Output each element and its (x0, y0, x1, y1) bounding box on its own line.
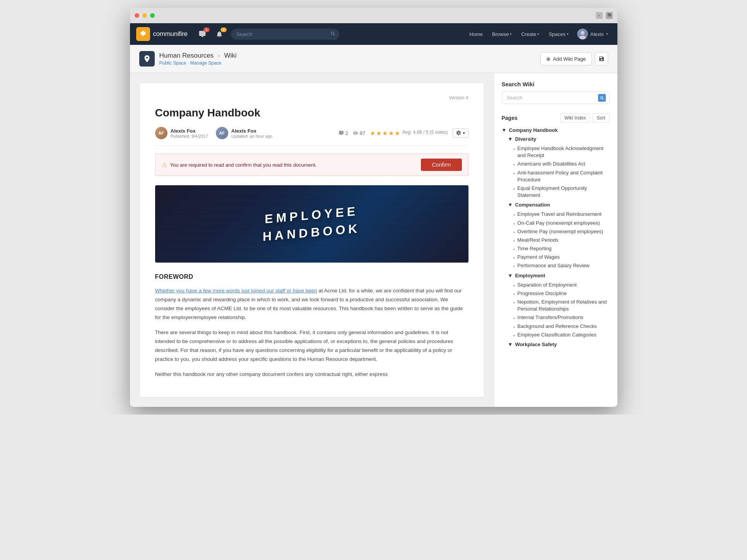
list-item[interactable]: ●Overtime Pay (nonexempt employees) (513, 227, 610, 236)
tree-branch-employment: ▼ Employment ●Separation of Employment ●… (502, 273, 610, 339)
user-avatar (577, 29, 588, 39)
add-wiki-button[interactable]: ⊕ Add Wiki Page (540, 52, 591, 65)
bullet-icon: ● (513, 230, 515, 234)
list-item[interactable]: ●Employee Classification Categories (513, 331, 610, 339)
search-wiki-section: Search Wiki (502, 81, 610, 104)
add-wiki-label: Add Wiki Page (553, 56, 586, 62)
star-4: ★ (388, 130, 394, 137)
bullet-icon: ● (513, 292, 515, 296)
gear-settings-btn[interactable]: ▾ (453, 128, 468, 138)
search-bar (231, 29, 339, 40)
list-item[interactable]: ●Progressive Discipline (513, 289, 610, 298)
tree-root[interactable]: ▼ Company Handbook (502, 127, 610, 133)
list-item[interactable]: ●Meal/Rest Periods (513, 236, 610, 244)
breadcrumb-dot: · (188, 60, 190, 66)
author2-name[interactable]: Alexis Fox (231, 128, 272, 134)
notifications-btn[interactable]: 3 (214, 29, 225, 39)
bullet-icon: ● (513, 239, 515, 243)
star-3: ★ (382, 130, 388, 137)
list-item[interactable]: ●On-Call Pay (nonexempt employees) (513, 219, 610, 227)
nav-spaces[interactable]: Spaces ▾ (545, 29, 572, 39)
breadcrumb-actions: ⊕ Add Wiki Page (540, 52, 608, 65)
confirm-button[interactable]: Confirm (421, 159, 462, 171)
rating-stars[interactable]: ★ ★ ★ ★ ★ Avg: 4.88 / 5 (5 votes) (370, 130, 448, 137)
nav-create[interactable]: Create ▾ (517, 29, 543, 39)
author1-name[interactable]: Alexis Fox (171, 128, 208, 134)
list-item[interactable]: ●Anti-harassment Policy and Complaint Pr… (513, 169, 610, 184)
wiki-index-button[interactable]: Wiki Index (560, 113, 590, 123)
fullscreen-btn[interactable]: + (596, 12, 603, 19)
search-wiki-field[interactable] (502, 91, 610, 104)
list-item[interactable]: ●Time Reporting (513, 244, 610, 253)
app-window: + communifire 1 3 (130, 8, 617, 407)
settings-icon[interactable] (606, 12, 613, 19)
breadcrumb-left: Human Resources › Wiki Public Space · Ma… (139, 51, 237, 67)
list-item[interactable]: ●Equal Employment Opportunity Statement (513, 184, 610, 200)
space-name[interactable]: Human Resources (159, 52, 214, 59)
handbook-image: EMPLOYEE HANDBOOK (155, 185, 468, 263)
nav-browse[interactable]: Browse ▾ (488, 29, 516, 39)
list-item[interactable]: ●Separation of Employment (513, 281, 610, 289)
list-item[interactable]: ●Americans with Disabilities Act (513, 160, 610, 168)
public-space-link[interactable]: Public Space (159, 60, 186, 66)
workplace-safety-label[interactable]: ▼ Workplace Safety (508, 341, 610, 347)
search-wiki-btn[interactable] (598, 94, 606, 102)
list-item[interactable]: ●Nepotism, Employment of Relatives and P… (513, 298, 610, 313)
search-wiki-label: Search Wiki (502, 81, 610, 87)
nav-links: Home Browse ▾ Create ▾ Spaces ▾ Alexis ▾ (465, 27, 611, 41)
logo[interactable]: communifire (136, 27, 188, 41)
top-navigation: communifire 1 3 Home Browse ▾ Create ▾ S… (130, 23, 617, 45)
minimize-dot[interactable] (142, 13, 147, 18)
messages-btn[interactable]: 1 (197, 29, 208, 39)
author1-published: Published: 9/4/2017 (171, 134, 208, 138)
list-item[interactable]: ●Payment of Wages (513, 253, 610, 261)
list-item[interactable]: ●Employee Travel and Reimbursement (513, 210, 610, 219)
views-count: 97 (360, 130, 365, 136)
create-chevron: ▾ (537, 32, 539, 36)
search-wiki-input-wrapper (502, 91, 610, 104)
manage-space-link[interactable]: Manage Space (190, 60, 222, 66)
wiki-label[interactable]: Wiki (224, 52, 236, 59)
foreword-paragraph-3: Neither this handbook nor any other comp… (155, 370, 468, 379)
breadcrumb-title: Human Resources › Wiki (159, 52, 237, 60)
tree-branch-diversity: ▼ Diversity ●Employee Handbook Acknowled… (502, 136, 610, 200)
diversity-label[interactable]: ▼ Diversity (508, 136, 610, 142)
content-area: Version 4 Company Handbook AF Alexis Fox… (130, 73, 494, 407)
logo-text: communifire (153, 30, 188, 38)
maximize-dot[interactable] (150, 13, 155, 18)
author2-info: Alexis Fox Updated: an hour ago (231, 128, 272, 138)
save-icon-btn[interactable] (595, 52, 608, 65)
compensation-label[interactable]: ▼ Compensation (508, 202, 610, 208)
bullet-icon: ● (513, 325, 515, 329)
list-item[interactable]: ●Background and Reference Checks (513, 322, 610, 331)
confirm-message: ⚠ You are required to read and confirm t… (162, 161, 317, 169)
author2-avatar: AF (216, 127, 228, 139)
bullet-icon: ● (513, 256, 515, 260)
compensation-items: ●Employee Travel and Reimbursement ●On-C… (508, 210, 610, 270)
close-dot[interactable] (135, 13, 139, 18)
user-menu[interactable]: Alexis ▾ (574, 27, 611, 41)
employment-label[interactable]: ▼ Employment (508, 273, 610, 278)
page-title: Company Handbook (155, 107, 468, 119)
tree-branch-compensation: ▼ Compensation ●Employee Travel and Reim… (502, 202, 610, 270)
star-5: ★ (395, 130, 400, 137)
comments-stat: 2 (338, 130, 348, 136)
bullet-icon: ● (513, 247, 515, 251)
browse-chevron: ▾ (510, 32, 512, 36)
bullet-icon: ● (513, 300, 515, 305)
stats-block: 2 97 ★ ★ ★ ★ ★ Avg: 4.88 / 5 (5 vot (338, 128, 468, 138)
list-item[interactable]: ●Performance and Salary Review (513, 261, 610, 270)
foreword-paragraph-1: Whether you have a few more words just j… (155, 287, 468, 322)
list-item[interactable]: ●Internal Transfers/Promotions (513, 313, 610, 322)
version-label: Version 4 (155, 95, 468, 101)
sort-button[interactable]: Sort (592, 113, 609, 123)
foreword-link[interactable]: Whether you have a few more words just j… (155, 288, 317, 294)
tree-branch-workplace-safety: ▼ Workplace Safety (502, 341, 610, 347)
content-card: Version 4 Company Handbook AF Alexis Fox… (139, 82, 484, 398)
nav-home[interactable]: Home (465, 29, 487, 39)
author1-info: Alexis Fox Published: 9/4/2017 (171, 128, 208, 138)
search-input[interactable] (231, 29, 339, 40)
bullet-icon: ● (513, 162, 515, 167)
list-item[interactable]: ●Employee Handbook Acknowledgment and Re… (513, 144, 610, 160)
bullet-icon: ● (513, 187, 515, 191)
